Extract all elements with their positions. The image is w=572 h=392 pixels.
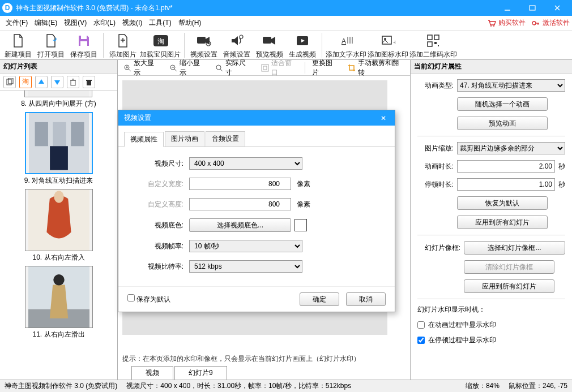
- custom-height-input[interactable]: [189, 198, 291, 210]
- status-mouse: 鼠标位置：246, -75: [509, 381, 567, 391]
- minimize-button[interactable]: [495, 0, 520, 16]
- delete-slide-button[interactable]: [67, 76, 79, 88]
- move-up-button[interactable]: [35, 76, 48, 88]
- add-text-watermark-button[interactable]: A添加文字水印: [326, 31, 366, 59]
- clear-slides-button[interactable]: [83, 76, 95, 88]
- move-down-button[interactable]: [51, 76, 63, 88]
- menu-file[interactable]: 文件(F): [2, 16, 31, 29]
- menu-video[interactable]: 视频(I): [119, 16, 146, 29]
- menu-tools[interactable]: 工具(T): [146, 16, 174, 29]
- menu-view[interactable]: 视图(V): [61, 16, 90, 29]
- open-project-button[interactable]: 打开项目: [35, 31, 67, 59]
- zoom-out-button[interactable]: 缩小显示: [166, 57, 210, 79]
- slide-thumb[interactable]: [24, 91, 92, 97]
- image-add-icon: [115, 33, 131, 49]
- save-default-checkbox[interactable]: 保存为默认: [127, 294, 170, 304]
- load-taobao-button[interactable]: 淘加载宝贝图片: [140, 31, 181, 59]
- svg-point-6: [532, 21, 536, 25]
- speaker-icon: [229, 33, 245, 49]
- add-qr-watermark-button[interactable]: 添加二维码水印: [409, 31, 457, 59]
- new-project-button[interactable]: 新建项目: [2, 31, 34, 59]
- svg-rect-37: [87, 80, 91, 85]
- svg-rect-44: [71, 122, 84, 146]
- tab-audio[interactable]: 音频设置: [206, 131, 245, 147]
- preview-video-button[interactable]: 预览视频: [254, 31, 285, 59]
- menu-watermark[interactable]: 水印(L): [90, 16, 119, 29]
- cancel-button[interactable]: 取消: [346, 292, 386, 306]
- fit-window-button[interactable]: 适合窗口: [258, 57, 301, 79]
- actual-size-button[interactable]: 实际尺寸: [212, 57, 255, 79]
- slide-label: 11. 从右向左滑出: [32, 330, 84, 339]
- pause-duration-input[interactable]: [457, 178, 555, 191]
- audio-settings-button[interactable]: 音频设置: [221, 31, 253, 59]
- slide-thumb[interactable]: [25, 189, 93, 251]
- save-project-button[interactable]: 保存项目: [68, 31, 100, 59]
- crop-flip-button[interactable]: 手动裁剪和翻转: [344, 57, 408, 79]
- video-size-select[interactable]: 400 x 400: [189, 157, 302, 170]
- zoom-in-button[interactable]: 放大显示: [120, 57, 164, 79]
- pause-duration-label: 停顿时长:: [417, 180, 454, 189]
- zoom-reset-icon: [215, 64, 223, 72]
- close-button[interactable]: [545, 0, 570, 16]
- reset-default-button[interactable]: 恢复为默认: [457, 196, 548, 210]
- svg-rect-18: [263, 37, 271, 44]
- svg-rect-29: [428, 42, 432, 46]
- svg-rect-9: [81, 36, 87, 39]
- anim-duration-label: 动画时长:: [417, 162, 454, 171]
- apply-frame-all-button[interactable]: 应用到所有幻灯片: [464, 279, 554, 293]
- dialog-tabs: 视频属性 图片动画 音频设置: [118, 126, 395, 147]
- scale-select[interactable]: 裁剪图片边缘多余的部分: [457, 142, 565, 154]
- select-frame-button[interactable]: 选择幻灯片像框...: [464, 241, 565, 255]
- activate-link[interactable]: 激活软件: [531, 18, 570, 28]
- video-size-label: 视频尺寸:: [135, 159, 183, 169]
- copy-slide-button[interactable]: [3, 76, 16, 88]
- main-toolbar: 新建项目 打开项目 保存项目 添加图片 淘加载宝贝图片 视频设置 音频设置 预览…: [0, 31, 572, 60]
- view-toolbar: 放大显示 缩小显示 实际尺寸 适合窗口 更换图片 手动裁剪和翻转: [118, 60, 410, 76]
- ok-button[interactable]: 确定: [300, 292, 339, 306]
- menu-help[interactable]: 帮助(H): [175, 16, 205, 29]
- buy-link[interactable]: 购买软件: [487, 18, 526, 28]
- slide-thumb[interactable]: [25, 266, 93, 328]
- bitrate-select[interactable]: 512 kbps: [189, 260, 302, 273]
- tab-slide[interactable]: 幻灯片9: [174, 366, 227, 380]
- slide-thumb[interactable]: [25, 112, 93, 174]
- taobao-slide-button[interactable]: 淘: [19, 76, 32, 88]
- add-icon-watermark-button[interactable]: +添加图标水印: [368, 31, 408, 59]
- replace-image-button[interactable]: 更换图片: [309, 57, 342, 79]
- dialog-close-button[interactable]: ✕: [378, 114, 389, 122]
- anim-type-select[interactable]: 47. 对角线互动扫描进来: [457, 79, 565, 92]
- key-icon: [531, 19, 540, 28]
- camera-icon: [262, 33, 278, 49]
- slide-list[interactable]: 8. 从四周向中间展开 (方) 9. 对角线互动扫描进来 10. 从右向左滑入 …: [0, 91, 117, 380]
- custom-width-input[interactable]: [189, 178, 291, 190]
- anim-duration-input[interactable]: [457, 160, 555, 173]
- generate-video-button[interactable]: 生成视频: [287, 31, 318, 59]
- svg-rect-28: [434, 35, 439, 40]
- dialog-title-bar[interactable]: 视频设置 ✕: [118, 110, 395, 126]
- tab-video-props[interactable]: 视频属性: [124, 132, 164, 147]
- menu-edit[interactable]: 编辑(E): [31, 16, 61, 29]
- svg-rect-34: [71, 80, 75, 85]
- film-play-icon: [294, 33, 310, 49]
- apply-all-button[interactable]: 应用到所有幻灯片: [457, 216, 548, 229]
- taobao-icon: 淘: [152, 33, 168, 49]
- maximize-button[interactable]: [520, 0, 545, 16]
- bg-color-button[interactable]: 选择视频底色...: [189, 218, 291, 232]
- add-image-button[interactable]: 添加图片: [107, 31, 139, 59]
- random-anim-button[interactable]: 随机选择一个动画: [457, 97, 548, 111]
- video-settings-button[interactable]: 视频设置: [188, 31, 220, 59]
- document-new-icon: [10, 33, 26, 49]
- status-bar: 神奇主图视频制作软件 3.0 (免费试用) 视频尺寸：400 x 400，时长：…: [0, 380, 572, 392]
- show-wm-pause-checkbox[interactable]: [417, 337, 425, 344]
- fps-select[interactable]: 10 帧/秒: [189, 240, 302, 252]
- tab-video[interactable]: 视频: [131, 366, 173, 380]
- status-zoom: 缩放：84%: [466, 381, 500, 391]
- canvas-area[interactable]: 视频设置 ✕ 视频属性 图片动画 音频设置 视频尺寸:400 x 400 自定义…: [118, 76, 410, 352]
- fit-icon: [261, 64, 269, 72]
- svg-text:+: +: [393, 38, 395, 46]
- clear-frame-button[interactable]: 清除幻灯片像框: [464, 260, 554, 274]
- scale-label: 图片缩放:: [417, 144, 454, 153]
- tab-image-anim[interactable]: 图片动画: [165, 131, 204, 147]
- preview-anim-button[interactable]: 预览动画: [457, 117, 548, 130]
- show-wm-anim-checkbox[interactable]: [417, 321, 425, 329]
